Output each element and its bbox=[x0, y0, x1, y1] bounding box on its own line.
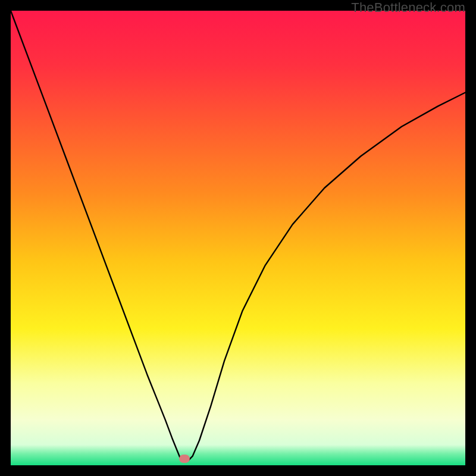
chart-frame bbox=[11, 11, 465, 465]
chart-plot bbox=[11, 11, 465, 465]
watermark-text: TheBottleneck.com bbox=[351, 0, 465, 15]
gradient-bg bbox=[11, 11, 465, 465]
optimum-marker bbox=[179, 455, 190, 463]
